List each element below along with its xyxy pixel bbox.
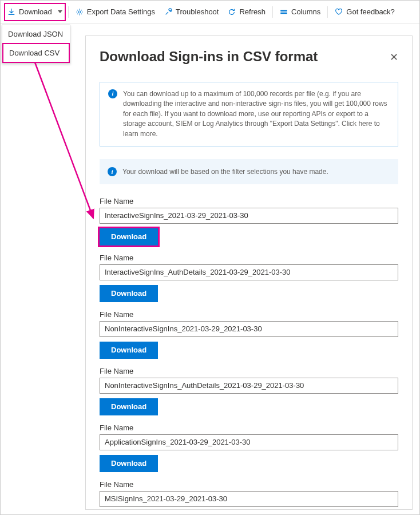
download-button-0[interactable]: Download — [100, 228, 158, 245]
feedback-label: Got feedback? — [346, 7, 395, 16]
export-data-settings-label: Export Data Settings — [87, 7, 155, 16]
file-block-4: File Name Download — [100, 423, 398, 472]
file-name-label: File Name — [100, 253, 398, 262]
panel-title: Download Sign-ins in CSV format — [100, 49, 318, 65]
file-name-input-4[interactable] — [100, 434, 398, 450]
refresh-icon — [228, 8, 236, 16]
heart-icon — [335, 8, 343, 16]
download-button-2[interactable]: Download — [100, 342, 158, 359]
download-icon — [7, 8, 15, 16]
file-name-input-5[interactable] — [100, 491, 398, 507]
file-name-input-2[interactable] — [100, 321, 398, 337]
download-dropdown-button[interactable]: Download — [4, 3, 66, 21]
file-block-0: File Name Download — [100, 197, 398, 245]
download-csv-item[interactable]: Download CSV — [2, 43, 70, 63]
separator — [272, 6, 273, 18]
file-name-label: File Name — [100, 480, 398, 489]
file-block-3: File Name Download — [100, 367, 398, 415]
info-text-filter: Your download will be based on the filte… — [122, 168, 328, 176]
export-data-settings-button[interactable]: Export Data Settings — [71, 3, 160, 21]
file-name-input-1[interactable] — [100, 264, 398, 280]
chevron-down-icon — [58, 10, 62, 13]
file-name-label: File Name — [100, 197, 398, 205]
download-csv-panel: Download Sign-ins in CSV format ✕ i You … — [85, 35, 413, 510]
file-name-input-3[interactable] — [100, 378, 398, 394]
columns-label: Columns — [291, 7, 320, 16]
gear-icon — [76, 8, 84, 16]
troubleshoot-button[interactable]: Troubleshoot — [160, 3, 223, 21]
refresh-label: Refresh — [239, 7, 266, 16]
download-button-3[interactable]: Download — [100, 398, 158, 415]
file-name-label: File Name — [100, 423, 398, 432]
file-block-1: File Name Download — [100, 253, 398, 302]
download-json-item[interactable]: Download JSON — [2, 25, 70, 43]
svg-line-1 — [35, 62, 93, 218]
columns-button[interactable]: Columns — [275, 3, 325, 21]
feedback-button[interactable]: Got feedback? — [330, 3, 399, 21]
refresh-button[interactable]: Refresh — [223, 3, 270, 21]
file-name-label: File Name — [100, 367, 398, 375]
download-button-1[interactable]: Download — [100, 285, 158, 302]
download-label: Download — [19, 7, 52, 16]
columns-icon — [280, 8, 288, 16]
info-icon: i — [108, 89, 117, 98]
separator — [68, 6, 69, 18]
download-button-4[interactable]: Download — [100, 455, 158, 472]
command-bar: Download Export Data Settings Troublesho… — [1, 1, 419, 23]
file-name-input-0[interactable] — [100, 208, 398, 224]
file-block-5: File Name Download — [100, 480, 398, 510]
svg-point-0 — [78, 11, 81, 13]
file-block-2: File Name Download — [100, 310, 398, 359]
info-box-limit: i You can download up to a maximum of 10… — [100, 82, 398, 146]
troubleshoot-label: Troubleshoot — [176, 7, 219, 16]
info-box-filter: i Your download will be based on the fil… — [100, 159, 398, 184]
download-dropdown-menu: Download JSON Download CSV — [2, 25, 70, 64]
wrench-icon — [164, 8, 172, 16]
panel-header: Download Sign-ins in CSV format ✕ — [100, 49, 398, 82]
info-icon: i — [108, 167, 117, 176]
info-text-limit: You can download up to a maximum of 100,… — [123, 89, 390, 139]
close-icon[interactable]: ✕ — [390, 52, 398, 62]
separator — [327, 6, 328, 18]
file-name-label: File Name — [100, 310, 398, 319]
